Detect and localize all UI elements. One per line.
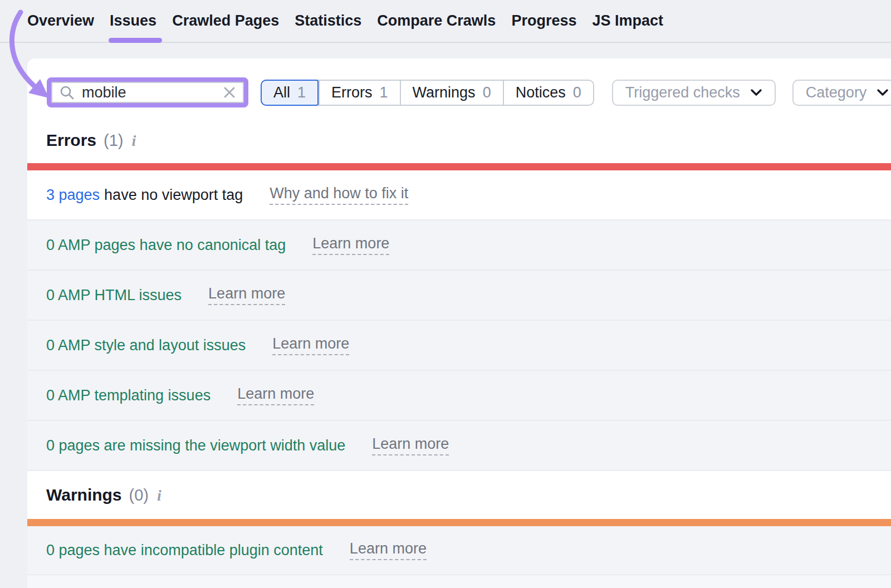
issue-row-plugin-content: 0 pages have incompatible plugin content… bbox=[27, 526, 891, 575]
info-icon[interactable]: i bbox=[132, 133, 136, 149]
filter-warnings-count: 0 bbox=[483, 84, 491, 101]
clear-icon[interactable] bbox=[223, 86, 236, 99]
learn-more-link[interactable]: Learn more bbox=[312, 235, 389, 255]
filter-notices-count: 0 bbox=[573, 84, 581, 101]
triggered-checks-label: Triggered checks bbox=[625, 84, 740, 101]
issues-panel: All 1 Errors 1 Warnings 0 Notices 0 Trig… bbox=[27, 58, 891, 588]
issue-text: 0 AMP pages have no canonical tag bbox=[46, 237, 286, 254]
tab-js-impact[interactable]: JS Impact bbox=[592, 0, 663, 42]
issue-row-amp-html: 0 AMP HTML issues Learn more bbox=[27, 271, 891, 321]
issue-row-amp-style-layout: 0 AMP style and layout issues Learn more bbox=[27, 321, 891, 371]
issue-row-no-viewport-tag: 3 pages have no viewport tag Why and how… bbox=[27, 170, 891, 220]
tab-overview[interactable]: Overview bbox=[27, 0, 94, 42]
chevron-down-icon bbox=[877, 89, 889, 96]
why-how-to-fix-link[interactable]: Why and how to fix it bbox=[270, 185, 408, 205]
filter-warnings[interactable]: Warnings 0 bbox=[400, 81, 503, 105]
issue-text: have no viewport tag bbox=[104, 187, 243, 204]
issue-text: 0 AMP style and layout issues bbox=[46, 337, 246, 354]
errors-section-heading: Errors (1) i bbox=[27, 132, 891, 149]
warnings-count: (0) bbox=[129, 487, 149, 503]
filter-notices-label: Notices bbox=[516, 84, 566, 101]
severity-filter: All 1 Errors 1 Warnings 0 Notices 0 bbox=[261, 80, 594, 106]
chevron-down-icon bbox=[750, 89, 762, 96]
learn-more-link[interactable]: Learn more bbox=[372, 435, 449, 455]
filter-errors-count: 1 bbox=[380, 84, 388, 101]
filter-warnings-label: Warnings bbox=[413, 84, 476, 101]
errors-title: Errors bbox=[46, 132, 96, 149]
filter-errors[interactable]: Errors 1 bbox=[319, 81, 400, 105]
issue-text: 0 AMP HTML issues bbox=[46, 287, 182, 304]
issue-search[interactable] bbox=[51, 82, 244, 103]
search-icon bbox=[59, 85, 75, 100]
errors-count: (1) bbox=[104, 132, 123, 149]
report-tabs: Overview Issues Crawled Pages Statistics… bbox=[0, 0, 891, 43]
tab-compare-crawls[interactable]: Compare Crawls bbox=[377, 0, 496, 42]
filter-notices[interactable]: Notices 0 bbox=[503, 81, 593, 105]
warnings-title: Warnings bbox=[46, 487, 122, 503]
filter-bar: All 1 Errors 1 Warnings 0 Notices 0 Trig… bbox=[47, 77, 891, 107]
learn-more-link[interactable]: Learn more bbox=[350, 540, 427, 560]
affected-pages-link[interactable]: 3 pages bbox=[46, 187, 100, 204]
issue-text: 0 AMP templating issues bbox=[46, 387, 210, 404]
tab-issues[interactable]: Issues bbox=[110, 0, 156, 42]
triggered-checks-dropdown[interactable]: Triggered checks bbox=[612, 80, 776, 106]
search-highlight-box bbox=[47, 77, 248, 107]
warnings-severity-bar bbox=[27, 519, 891, 526]
search-input[interactable] bbox=[82, 84, 216, 101]
category-label: Category bbox=[806, 84, 867, 101]
tab-progress[interactable]: Progress bbox=[511, 0, 576, 42]
issue-text: 0 pages are missing the viewport width v… bbox=[46, 437, 345, 454]
filter-all-count: 1 bbox=[297, 84, 306, 101]
learn-more-link[interactable]: Learn more bbox=[272, 335, 349, 355]
issue-row-viewport-width: 0 pages are missing the viewport width v… bbox=[27, 421, 891, 471]
tab-crawled-pages[interactable]: Crawled Pages bbox=[172, 0, 279, 42]
warnings-section-heading: Warnings (0) i bbox=[27, 487, 891, 504]
learn-more-link[interactable]: Learn more bbox=[237, 385, 314, 405]
errors-severity-bar bbox=[27, 163, 891, 170]
issue-text: 0 pages have incompatible plugin content bbox=[46, 542, 323, 559]
issue-row-amp-canonical: 0 AMP pages have no canonical tag Learn … bbox=[27, 220, 891, 271]
filter-all[interactable]: All 1 bbox=[261, 80, 319, 106]
next-row-partial bbox=[27, 575, 891, 588]
info-icon[interactable]: i bbox=[157, 487, 161, 504]
category-dropdown[interactable]: Category bbox=[792, 80, 891, 106]
tab-statistics[interactable]: Statistics bbox=[295, 0, 361, 42]
filter-errors-label: Errors bbox=[331, 84, 373, 101]
learn-more-link[interactable]: Learn more bbox=[208, 285, 285, 305]
filter-all-label: All bbox=[273, 84, 290, 101]
issue-row-amp-templating: 0 AMP templating issues Learn more bbox=[27, 371, 891, 421]
